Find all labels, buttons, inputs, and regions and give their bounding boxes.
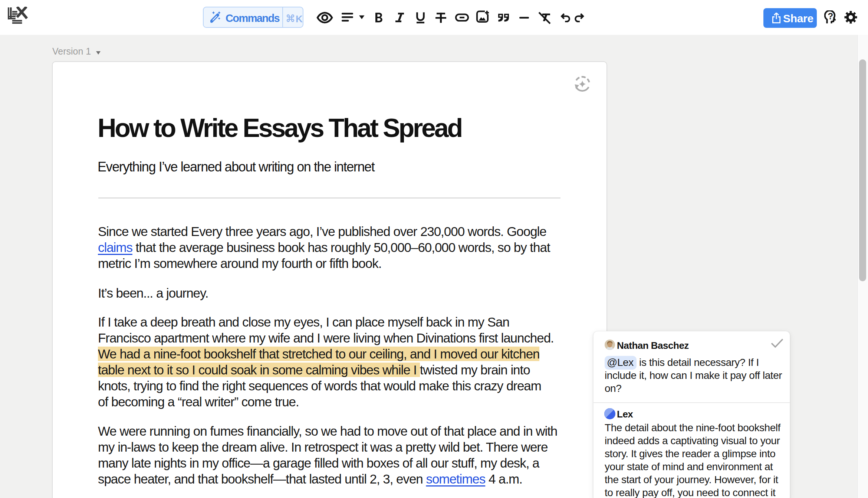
svg-text:?: ? <box>828 11 834 21</box>
